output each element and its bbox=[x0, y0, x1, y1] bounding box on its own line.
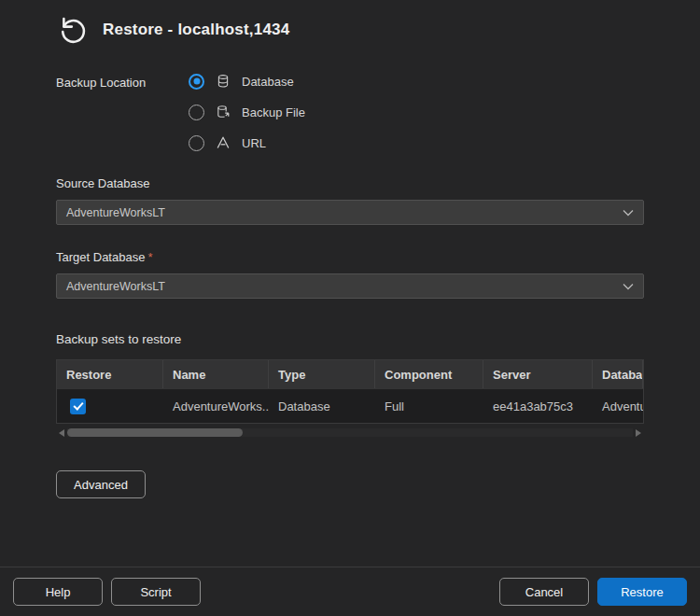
cell-server: ee41a3ab75c3 bbox=[483, 389, 593, 423]
radio-option-backup-file[interactable]: Backup File bbox=[189, 104, 305, 120]
target-database-value: AdventureWorksLT bbox=[66, 280, 165, 293]
database-icon bbox=[215, 73, 231, 90]
script-button[interactable]: Script bbox=[111, 578, 201, 606]
cell-name: AdventureWorks... bbox=[163, 389, 269, 423]
restore-dialog: Restore - localhost,1434 Backup Location… bbox=[0, 0, 700, 616]
col-header-component: Component bbox=[375, 360, 483, 388]
scroll-right-arrow-icon[interactable] bbox=[633, 427, 644, 439]
scrollbar-track[interactable] bbox=[67, 428, 633, 437]
dialog-header: Restore - localhost,1434 bbox=[0, 0, 700, 47]
url-icon bbox=[215, 134, 231, 151]
backup-location-section: Backup Location Database bbox=[56, 73, 644, 151]
scrollbar-thumb[interactable] bbox=[67, 428, 243, 437]
cell-component: Full bbox=[375, 389, 483, 423]
col-header-database: Databa bbox=[593, 360, 643, 388]
table-row[interactable]: AdventureWorks... Database Full ee41a3ab… bbox=[57, 388, 643, 423]
target-database-dropdown[interactable]: AdventureWorksLT bbox=[56, 273, 644, 299]
footer-left-buttons: Help Script bbox=[13, 578, 201, 606]
radio-label: URL bbox=[242, 136, 266, 150]
radio-label: Database bbox=[242, 75, 294, 89]
backup-sets-table: Restore Name Type Component Server Datab… bbox=[56, 359, 644, 424]
source-database-value: AdventureWorksLT bbox=[66, 206, 165, 219]
horizontal-scrollbar[interactable] bbox=[56, 427, 644, 439]
col-header-restore: Restore bbox=[57, 360, 163, 388]
restore-icon bbox=[56, 13, 90, 47]
table-header-row: Restore Name Type Component Server Datab… bbox=[57, 360, 643, 388]
source-database-label: Source Database bbox=[56, 176, 644, 190]
chevron-down-icon bbox=[623, 205, 634, 219]
radio-button[interactable] bbox=[189, 135, 204, 151]
required-marker: * bbox=[147, 250, 152, 264]
advanced-button[interactable]: Advanced bbox=[56, 470, 146, 498]
page-title: Restore - localhost,1434 bbox=[103, 21, 289, 39]
backup-sets-label: Backup sets to restore bbox=[56, 332, 644, 346]
radio-button-selected[interactable] bbox=[189, 74, 204, 90]
col-header-name: Name bbox=[163, 360, 269, 388]
backup-file-icon bbox=[215, 104, 231, 120]
radio-button[interactable] bbox=[189, 105, 204, 120]
dialog-footer: Help Script Cancel Restore bbox=[0, 567, 700, 616]
backup-location-options: Database Backup File bbox=[189, 73, 305, 151]
cancel-button[interactable]: Cancel bbox=[499, 578, 589, 606]
col-header-server: Server bbox=[483, 360, 593, 388]
col-header-type: Type bbox=[269, 360, 375, 388]
cell-database: Adventu... bbox=[593, 389, 643, 423]
restore-checkbox[interactable] bbox=[70, 399, 86, 414]
scroll-left-arrow-icon[interactable] bbox=[56, 427, 67, 439]
radio-option-database[interactable]: Database bbox=[189, 73, 305, 90]
backup-location-label: Backup Location bbox=[56, 73, 189, 151]
cell-type: Database bbox=[269, 389, 375, 423]
chevron-down-icon bbox=[623, 279, 634, 293]
target-database-label-text: Target Database bbox=[56, 250, 145, 264]
target-database-label: Target Database* bbox=[56, 250, 644, 264]
radio-label: Backup File bbox=[242, 105, 305, 119]
help-button[interactable]: Help bbox=[13, 578, 103, 606]
source-database-dropdown[interactable]: AdventureWorksLT bbox=[56, 200, 644, 225]
restore-button[interactable]: Restore bbox=[597, 578, 687, 606]
radio-option-url[interactable]: URL bbox=[189, 134, 305, 151]
footer-right-buttons: Cancel Restore bbox=[499, 578, 687, 606]
